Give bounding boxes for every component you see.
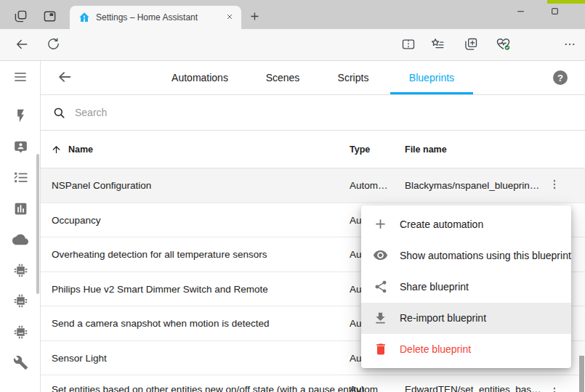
chip-icon [13,263,28,280]
tab-automations[interactable]: Automations [169,61,231,94]
column-header-type[interactable]: Type [350,144,370,155]
refresh-icon [47,37,60,53]
assist-person-bubble-icon [13,139,28,157]
tab-close-button[interactable] [222,10,237,25]
sidebar-item-developer-tools[interactable] [0,355,41,372]
new-tab-button[interactable] [246,9,263,26]
minimize-icon [516,7,525,18]
tab-scenes[interactable]: Scenes [263,61,303,94]
collections-icon [464,37,478,54]
window-minimize-button[interactable] [504,0,536,25]
maximize-icon [550,7,560,18]
heart-pulse-icon [496,36,511,54]
row-file-name: EdwardTEN/set_entities_bas… [405,384,541,392]
sidebar-item-history[interactable] [0,201,41,219]
row-name: Send a camera snapshot when motion is de… [52,318,269,329]
search-icon [52,106,66,120]
favorites-star-list-icon [430,37,445,54]
split-screen-icon [401,37,416,54]
ha-sidebar [0,61,41,392]
sidebar-item-energy[interactable] [0,108,41,126]
tab-blueprints[interactable]: Blueprints [406,61,457,94]
eye-icon [373,248,388,263]
ellipsis-icon [563,38,576,53]
back-button[interactable] [13,36,31,54]
collections-button[interactable] [462,36,480,54]
row-name: Philips Hue v2 Smart Dimmer Switch and R… [52,283,268,294]
menu-item-label: Delete blueprint [400,343,471,355]
row-name: Sensor Light [52,352,107,363]
sidebar-menu-button[interactable] [0,69,41,86]
menu-item-share-blueprint[interactable]: Share blueprint [361,271,571,302]
row-type: Autom [350,384,378,392]
browser-toolbar: Not secure homeassistant.local:8123/... [0,29,585,61]
row-file-name: Blackymas/nspanel_blueprin… [405,180,539,191]
sidebar-item-assist[interactable] [0,139,41,157]
row-name: Set entities based on other entities new… [52,384,365,392]
search-bar [41,95,585,131]
row-overflow-menu-button[interactable] [546,176,563,194]
stacked-tabs-icon [14,9,28,25]
tab-scripts[interactable]: Scripts [335,61,372,94]
menu-item-label: Create automation [400,219,483,230]
workspace-window-icon [43,9,57,25]
row-overflow-menu-button[interactable] [546,384,563,392]
plus-icon [373,216,388,232]
trash-icon [373,342,388,356]
row-type: Autom… [350,180,388,191]
blueprint-context-menu: Create automation Show automations using… [361,205,571,368]
lightning-icon [13,108,28,126]
row-name: Occupancy [52,214,101,225]
window-maximize-button[interactable] [538,0,570,25]
table-row[interactable]: Set entities based on other entities new… [41,375,585,392]
column-header-name[interactable]: Name [68,144,93,155]
sidebar-item-cloud[interactable] [0,232,41,249]
browser-tab-active[interactable]: Settings – Home Assistant [70,6,241,29]
search-input[interactable] [73,106,585,119]
ha-back-button[interactable] [56,69,73,86]
chip-icon [13,324,28,342]
share-icon [373,279,388,294]
row-name: Overheating detection for all temperatur… [52,249,267,260]
workspaces-button[interactable] [41,9,58,26]
table-header: Name Type File name [41,131,585,168]
menu-item-create-automation[interactable]: Create automation [361,208,571,240]
sort-ascending-icon[interactable] [51,144,62,155]
menu-item-reimport-blueprint[interactable]: Re-import blueprint [361,303,571,334]
kebab-icon [548,178,561,193]
todo-list-icon [13,170,28,187]
back-arrow-icon [57,69,73,87]
sidebar-item-device-1[interactable] [0,263,41,280]
tab-strip: Settings – Home Assistant [0,0,585,29]
menu-item-delete-blueprint[interactable]: Delete blueprint [361,334,571,365]
help-button[interactable] [553,70,568,85]
sidebar-item-device-2[interactable] [0,293,41,311]
favorites-button[interactable] [429,36,446,54]
split-screen-button[interactable] [400,36,417,54]
plus-icon [249,10,261,25]
close-icon [225,12,234,23]
table-row[interactable]: NSPanel Configuration Autom… Blackymas/n… [41,168,585,203]
ha-page-header: Automations Scenes Scripts Blueprints [41,61,585,95]
menu-item-label: Re-import blueprint [400,312,486,324]
chip-icon [13,293,28,311]
cloud-icon [12,232,28,250]
menu-item-show-automations[interactable]: Show automations using this blueprint [361,240,571,271]
browser-essentials-button[interactable] [494,36,512,54]
tab-title: Settings – Home Assistant [96,12,222,23]
sidebar-scrollbar[interactable] [36,154,39,294]
bar-chart-icon [13,201,28,219]
sidebar-item-todo-lists[interactable] [0,170,41,187]
browser-menu-button[interactable] [561,36,578,54]
sidebar-item-device-3[interactable] [0,324,41,342]
tab-actions-button[interactable] [12,9,29,26]
sidebar-icon-stack [0,108,41,372]
column-header-file-name[interactable]: File name [405,144,447,155]
row-name: NSPanel Configuration [52,180,151,191]
page-scrollbar[interactable] [579,356,584,392]
download-icon [373,311,388,326]
home-assistant-favicon [78,12,90,23]
menu-item-label: Show automations using this blueprint [400,250,571,261]
hamburger-icon [13,70,28,86]
refresh-button[interactable] [44,36,62,54]
